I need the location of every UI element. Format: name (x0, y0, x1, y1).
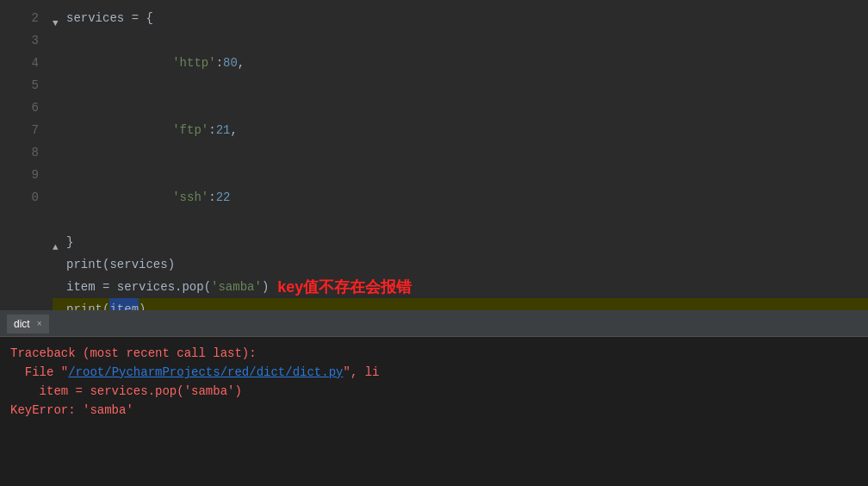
fold-icon-empty (53, 281, 65, 293)
output-line-4: KeyError: 'samba' (10, 401, 858, 420)
fold-icon-empty (77, 124, 89, 136)
code-token: services (109, 253, 167, 276)
code-token: ) (262, 276, 269, 298)
code-token: print (66, 298, 102, 310)
code-token: } (66, 231, 73, 253)
code-token: ) (168, 253, 175, 276)
output-line-2: File "/root/PycharmProjects/red/dict/dic… (10, 363, 858, 382)
code-line-5: ▲ } (53, 231, 868, 253)
run-output: Traceback (most recent call last): File … (0, 337, 868, 486)
code-token: 80 (223, 56, 238, 70)
line-numbers: 2 3 4 5 6 7 8 9 0 (0, 0, 47, 310)
line-number: 6 (0, 97, 39, 119)
fold-icon-empty (53, 303, 65, 310)
code-token: services (117, 276, 175, 298)
fold-icon-empty (77, 57, 89, 69)
run-tab-dict[interactable]: dict × (7, 315, 49, 333)
line-number: 4 (0, 52, 39, 74)
code-token: print (66, 253, 102, 276)
code-token: , (238, 56, 245, 70)
output-line-1: Traceback (most recent call last): (10, 344, 858, 363)
code-token: : (208, 190, 215, 204)
code-line-2: 'http':80, (53, 29, 868, 97)
code-token: services (66, 7, 132, 29)
line-number: 2 (0, 7, 39, 29)
code-token: = (102, 276, 117, 298)
code-token: 'ssh' (172, 190, 208, 204)
run-tabs: dict × (0, 311, 868, 337)
fold-icon[interactable]: ▼ (53, 12, 65, 24)
code-token: ) (139, 298, 146, 310)
code-token: ( (102, 298, 109, 310)
run-tab-label: dict (14, 318, 30, 330)
code-line-3: 'ftp':21, (53, 97, 868, 164)
file-link[interactable]: /root/PycharmProjects/red/dict/dict.py (68, 365, 343, 379)
code-token: , (230, 123, 237, 137)
code-line-7: item = services.pop('samba') key值不存在会报错 (53, 276, 868, 298)
code-token: 'samba' (211, 276, 262, 298)
fold-icon-empty (53, 259, 65, 271)
line-number: 9 (0, 164, 39, 186)
code-token: 'ftp' (172, 123, 208, 137)
code-line-6: print(services) (53, 253, 868, 276)
run-tab-close[interactable]: × (37, 319, 42, 328)
fold-icon-empty (77, 191, 89, 203)
code-token: : (216, 56, 223, 70)
code-token: = { (132, 7, 153, 29)
line-number: 8 (0, 141, 39, 164)
code-token: 22 (216, 190, 231, 204)
code-line-4: 'ssh':22 (53, 164, 868, 231)
code-token: 21 (216, 123, 231, 137)
code-token: 'http' (172, 56, 215, 70)
run-panel: dict × Traceback (most recent call last)… (0, 311, 868, 486)
code-token-highlight: item (109, 298, 139, 310)
code-token: item (66, 276, 102, 298)
code-token: ( (102, 253, 109, 276)
code-line-1: ▼ services = { (53, 7, 868, 29)
fold-icon-close[interactable]: ▲ (53, 236, 65, 248)
code-line-8: print(item) (53, 298, 868, 310)
line-number: 0 (0, 186, 39, 209)
code-editor: 2 3 4 5 6 7 8 9 0 ▼ services = { 'http':… (0, 0, 868, 310)
code-lines: ▼ services = { 'http':80, 'ftp':21, 'ssh… (47, 0, 868, 310)
code-token: .pop( (175, 276, 211, 298)
line-number: 3 (0, 29, 39, 52)
output-line-3: item = services.pop('samba') (10, 382, 858, 401)
code-token: : (208, 123, 215, 137)
line-number: 7 (0, 119, 39, 141)
line-number: 5 (0, 74, 39, 97)
annotation-text: key值不存在会报错 (277, 276, 412, 298)
